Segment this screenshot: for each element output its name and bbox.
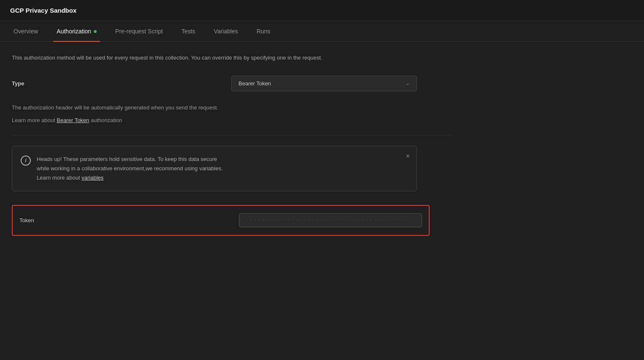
alert-learn-more-prefix: Learn more about (37, 175, 81, 181)
auth-info-suffix: authorization (89, 117, 122, 123)
variables-link[interactable]: variables (81, 175, 103, 181)
bearer-token-link[interactable]: Bearer Token (57, 117, 89, 123)
type-select-dropdown[interactable]: Bearer Token ⌄ (231, 76, 417, 91)
alert-box: i Heads up! These parameters hold sensit… (12, 146, 417, 191)
tab-overview-label: Overview (14, 28, 38, 35)
tab-runs[interactable]: Runs (253, 21, 274, 41)
tab-variables[interactable]: Variables (211, 21, 241, 41)
info-icon: i (21, 155, 31, 166)
tab-pre-request-script[interactable]: Pre-request Script (112, 21, 166, 41)
tab-authorization-label: Authorization (57, 28, 91, 35)
tab-bar: Overview Authorization Pre-request Scrip… (0, 21, 644, 42)
tab-variables-label: Variables (214, 28, 238, 35)
tab-pre-request-label: Pre-request Script (115, 28, 163, 35)
alert-content: Heads up! These parameters hold sensitiv… (37, 155, 408, 183)
tab-runs-label: Runs (257, 28, 271, 35)
alert-line1: Heads up! These parameters hold sensitiv… (37, 156, 217, 162)
tab-tests-label: Tests (181, 28, 195, 35)
description-text: This authorization method will be used f… (12, 54, 452, 62)
app-title: GCP Privacy Sandbox (10, 7, 76, 14)
alert-close-button[interactable]: × (406, 153, 410, 160)
chevron-down-icon: ⌄ (406, 80, 410, 86)
token-row: Token ••••••••••••••••••••••••••••••••••… (12, 205, 430, 236)
tab-tests[interactable]: Tests (178, 21, 199, 41)
authorization-active-dot (94, 30, 97, 33)
token-value-field[interactable]: ••••••••••••••••••••••••••••••••••••••••… (239, 213, 422, 227)
alert-line2: while working in a collaborative environ… (37, 165, 223, 172)
token-label: Token (19, 217, 239, 224)
divider (12, 135, 452, 136)
auth-info-block: The authorization header will be automat… (12, 103, 452, 125)
auth-info-line1: The authorization header will be automat… (12, 103, 452, 112)
type-label: Type (12, 80, 231, 87)
tab-authorization[interactable]: Authorization (53, 21, 100, 41)
type-row: Type Bearer Token ⌄ (12, 76, 452, 91)
app-header: GCP Privacy Sandbox (0, 0, 644, 21)
tab-overview[interactable]: Overview (10, 21, 41, 41)
main-content: This authorization method will be used f… (0, 42, 464, 248)
auth-info-line2: Learn more about Bearer Token authorizat… (12, 116, 452, 125)
auth-info-prefix: Learn more about (12, 117, 57, 123)
type-select-value: Bearer Token (238, 80, 271, 87)
